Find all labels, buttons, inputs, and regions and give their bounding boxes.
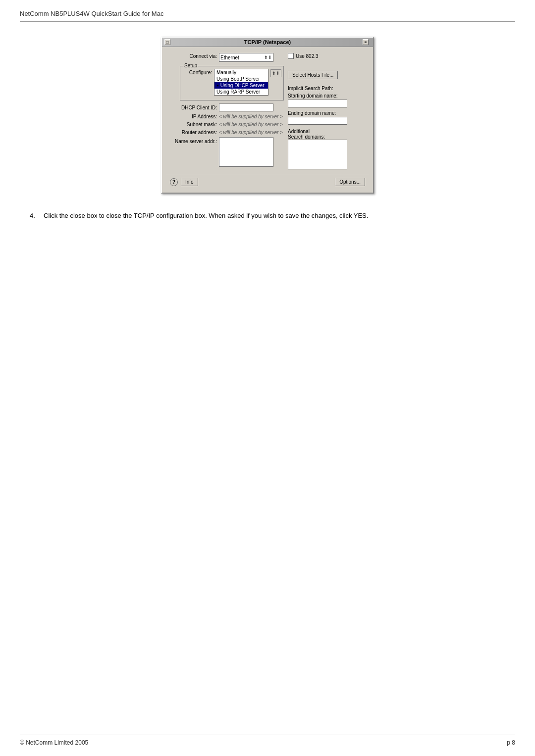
content-area: □ TCP/IP (Netspace) ≡ Connect via:	[20, 37, 515, 746]
subnet-mask-value: < will be supplied by server >	[219, 122, 283, 127]
page-header: NetComm NB5PLUS4W QuickStart Guide for M…	[20, 10, 515, 22]
configure-option-rarp[interactable]: Using RARP Server	[214, 89, 268, 95]
additional-search-input[interactable]	[288, 140, 347, 169]
name-server-input[interactable]	[219, 137, 273, 167]
router-address-value: < will be supplied by server >	[219, 130, 283, 135]
header-title: NetComm NB5PLUS4W QuickStart Guide for M…	[20, 10, 163, 17]
step-4-text: Click the close box to close the TCP/IP …	[44, 211, 368, 221]
configure-option-bootp[interactable]: Using BootP Server	[214, 76, 268, 82]
dialog-footer: ? Info Options...	[166, 175, 369, 189]
dhcp-client-label: DHCP Client ID:	[170, 104, 217, 110]
footer-left: ? Info	[170, 178, 198, 186]
name-server-row: Name server addr.:	[170, 137, 284, 167]
zoom-box-icon[interactable]: ≡	[363, 39, 369, 45]
router-address-row: Router address: < will be supplied by se…	[170, 129, 284, 135]
connect-via-value: Ethernet	[220, 55, 239, 60]
left-col: Connect via: Ethernet ⬆⬇ S	[170, 53, 284, 169]
starting-domain-input[interactable]	[288, 100, 347, 107]
titlebar-left: □	[164, 39, 172, 45]
dialog-wrapper: □ TCP/IP (Netspace) ≡ Connect via:	[20, 37, 515, 194]
info-button[interactable]: Info	[181, 178, 198, 186]
configure-label: Configure:	[182, 69, 212, 75]
tcpip-dialog: □ TCP/IP (Netspace) ≡ Connect via:	[161, 37, 374, 194]
subnet-mask-label: Subnet mask:	[170, 121, 217, 127]
page-container: NetComm NB5PLUS4W QuickStart Guide for M…	[0, 0, 535, 756]
configure-scroll-icon[interactable]: ⬆⬇	[270, 69, 281, 77]
use-802-checkbox[interactable]	[288, 53, 294, 59]
router-address-label: Router address:	[170, 129, 217, 135]
additional-search-label: Additional	[288, 129, 367, 134]
implicit-search-section: Implicit Search Path: Starting domain na…	[288, 85, 367, 169]
page-footer: © NetComm Limited 2005 p 8	[20, 735, 515, 746]
configure-dropdown-list[interactable]: Manually Using BootP Server ● Using DHCP…	[214, 69, 268, 96]
dialog-title: TCP/IP (Netspace)	[172, 39, 363, 45]
use-802-row: Use 802.3	[288, 53, 367, 59]
dhcp-client-row: DHCP Client ID:	[170, 103, 284, 111]
dialog-body: Connect via: Ethernet ⬆⬇ S	[162, 47, 373, 193]
starting-domain-label: Starting domain name:	[288, 93, 367, 99]
select-hosts-button[interactable]: Select Hosts File...	[288, 71, 338, 79]
step-4-item: 4. Click the close box to close the TCP/…	[20, 211, 368, 221]
additional-search-wrapper: Additional Search domains:	[288, 129, 367, 169]
search-domains-label: Search domains:	[288, 134, 367, 140]
ending-domain-input[interactable]	[288, 117, 347, 125]
configure-row: Configure: Manually Using BootP Server ●…	[182, 69, 281, 96]
field-rows: DHCP Client ID: IP Address: < will be su…	[170, 103, 284, 167]
connect-via-dropdown[interactable]: Ethernet ⬆⬇	[219, 53, 273, 62]
name-server-label: Name server addr.:	[170, 138, 217, 144]
footer-page: p 8	[507, 739, 515, 746]
right-col: Use 802.3 Select Hosts File... Implicit …	[288, 53, 367, 169]
options-button[interactable]: Options...	[335, 178, 365, 186]
use-802-label: Use 802.3	[296, 53, 319, 59]
dialog-titlebar: □ TCP/IP (Netspace) ≡	[162, 38, 373, 47]
bullet-icon: ●	[216, 83, 219, 88]
connect-via-row: Connect via: Ethernet ⬆⬇	[170, 53, 284, 62]
configure-option-dhcp[interactable]: ● Using DHCP Server	[214, 82, 268, 89]
implicit-search-label: Implicit Search Path:	[288, 85, 367, 91]
configure-option-manually[interactable]: Manually	[214, 69, 268, 76]
close-box-icon[interactable]: □	[164, 39, 170, 45]
dropdown-arrow-icon: ⬆⬇	[264, 55, 272, 60]
footer-copyright: © NetComm Limited 2005	[20, 739, 88, 746]
step-4-number: 4.	[30, 211, 40, 221]
info-icon-button[interactable]: ?	[170, 178, 178, 186]
ip-address-value: < will be supplied by server >	[219, 114, 283, 119]
ip-address-row: IP Address: < will be supplied by server…	[170, 113, 284, 119]
ip-address-label: IP Address:	[170, 113, 217, 119]
connect-via-label: Connect via:	[170, 53, 217, 59]
setup-label: Setup	[183, 63, 198, 68]
main-area: Connect via: Ethernet ⬆⬇ S	[166, 51, 369, 171]
ending-domain-label: Ending domain name:	[288, 110, 367, 116]
subnet-mask-row: Subnet mask: < will be supplied by serve…	[170, 121, 284, 127]
select-hosts-wrapper: Select Hosts File...	[288, 71, 367, 79]
dhcp-client-input[interactable]	[219, 103, 273, 111]
